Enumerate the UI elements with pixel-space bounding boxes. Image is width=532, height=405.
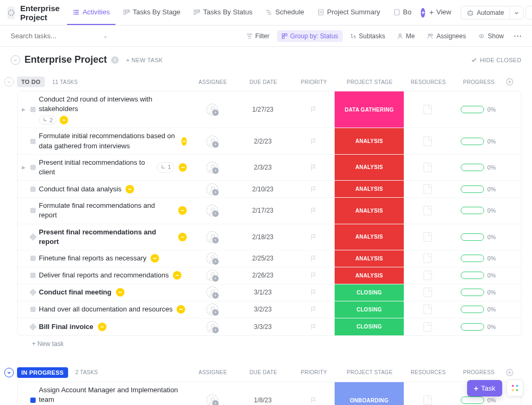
due-date-cell[interactable]: 3/3/23 — [234, 323, 292, 331]
task-row[interactable]: ▶ Conduct final data analysis 2/10/23 AN… — [18, 181, 521, 198]
tab-activities[interactable]: Activities — [67, 1, 115, 25]
resources-cell[interactable] — [404, 271, 452, 280]
chevron-down-icon[interactable]: ⌄ — [103, 33, 107, 39]
status-dot[interactable] — [30, 139, 36, 144]
priority-cell[interactable] — [292, 289, 335, 296]
due-date-cell[interactable]: 2/25/23 — [234, 255, 292, 262]
resources-cell[interactable] — [404, 395, 452, 405]
status-dot[interactable] — [30, 398, 36, 403]
priority-badge[interactable] — [60, 116, 68, 124]
project-stage-cell[interactable]: ANALYSIS — [335, 181, 404, 197]
col-progress[interactable]: PROGRESS — [452, 79, 505, 85]
new-task-header-button[interactable]: + NEW TASK — [126, 57, 163, 63]
priority-badge[interactable] — [177, 305, 185, 314]
progress-cell[interactable]: 0% — [452, 207, 505, 214]
priority-cell[interactable] — [292, 164, 335, 171]
assignee-cell[interactable] — [191, 286, 234, 298]
progress-cell[interactable]: 0% — [452, 289, 505, 296]
project-stage-cell[interactable]: DATA GATHERING — [335, 91, 404, 128]
task-row[interactable]: ▶ Formulate final recommendations and re… — [18, 198, 521, 224]
status-dot[interactable] — [30, 165, 36, 170]
apps-fab[interactable] — [506, 379, 523, 396]
col-project-stage[interactable]: PROJECT STAGE — [335, 369, 404, 375]
progress-cell[interactable]: 0% — [452, 323, 505, 331]
priority-cell[interactable] — [292, 185, 335, 193]
col-priority[interactable]: PRIORITY — [293, 369, 335, 375]
resources-cell[interactable] — [404, 206, 452, 215]
hide-closed-button[interactable]: HIDE CLOSED — [471, 57, 521, 63]
group-by-button[interactable]: Group by: Status — [277, 30, 343, 42]
col-project-stage[interactable]: PROJECT STAGE — [335, 79, 404, 85]
tab-box[interactable]: Bo — [388, 1, 413, 25]
status-dot[interactable] — [29, 289, 37, 296]
resources-cell[interactable] — [404, 184, 452, 194]
priority-badge[interactable] — [178, 233, 187, 241]
resources-cell[interactable] — [404, 305, 452, 314]
priority-badge[interactable] — [116, 288, 124, 297]
due-date-cell[interactable]: 1/27/23 — [234, 106, 292, 113]
resources-cell[interactable] — [404, 322, 452, 332]
task-row[interactable]: ▶ Assign Account Manager and Implementat… — [18, 382, 521, 405]
resources-cell[interactable] — [404, 232, 452, 242]
col-resources[interactable]: RESOURCES — [404, 369, 452, 375]
col-progress[interactable]: PROGRESS — [452, 369, 505, 375]
task-row[interactable]: ▶ Present initial recommendations to cli… — [18, 155, 521, 181]
resources-cell[interactable] — [404, 288, 452, 297]
task-row[interactable]: ▶ Deliver final reports and recommendati… — [18, 267, 521, 284]
project-stage-cell[interactable]: CLOSING — [335, 284, 404, 301]
expand-caret-icon[interactable]: ▶ — [22, 165, 27, 170]
progress-cell[interactable]: 0% — [452, 396, 505, 404]
task-row[interactable]: ▶ Conduct 2nd round of interviews with s… — [18, 91, 521, 128]
automate-button[interactable]: Automate — [461, 6, 509, 20]
add-column-button[interactable] — [505, 78, 521, 86]
add-column-button[interactable] — [505, 368, 521, 377]
col-assignee[interactable]: ASSIGNEE — [192, 369, 234, 375]
resources-cell[interactable] — [404, 105, 452, 114]
more-menu[interactable]: ⋯ — [511, 31, 525, 41]
resources-cell[interactable] — [404, 163, 452, 172]
assignee-cell[interactable] — [191, 183, 234, 195]
due-date-cell[interactable]: 2/17/23 — [234, 207, 292, 214]
add-view-button[interactable]: + View — [429, 1, 456, 25]
automate-dropdown[interactable] — [510, 6, 523, 20]
assignee-cell[interactable] — [191, 269, 234, 281]
priority-badge[interactable] — [126, 185, 134, 193]
col-assignee[interactable]: ASSIGNEE — [192, 79, 234, 85]
collapse-list-button[interactable] — [11, 55, 20, 65]
project-stage-cell[interactable]: CLOSING — [335, 318, 404, 335]
assignee-cell[interactable] — [191, 136, 234, 147]
priority-cell[interactable] — [292, 233, 335, 241]
progress-cell[interactable]: 0% — [452, 185, 505, 193]
priority-cell[interactable] — [292, 323, 335, 331]
due-date-cell[interactable]: 2/2/23 — [234, 138, 292, 145]
search-input[interactable] — [11, 32, 100, 40]
progress-cell[interactable]: 0% — [452, 138, 505, 145]
priority-cell[interactable] — [292, 138, 335, 145]
task-row[interactable]: ▶ Conduct final meeting 3/1/23 CLOSING — [18, 284, 521, 301]
project-stage-cell[interactable]: ONBOARDING — [335, 382, 404, 405]
tab-schedule[interactable]: Schedule — [260, 1, 310, 25]
task-row[interactable]: ▶ Present final recommendations and repo… — [18, 224, 521, 250]
group-status-pill[interactable]: IN PROGRESS — [17, 367, 68, 378]
due-date-cell[interactable]: 2/10/23 — [234, 185, 292, 193]
status-dot[interactable] — [30, 208, 36, 213]
group-collapse-button[interactable] — [4, 368, 14, 377]
col-resources[interactable]: RESOURCES — [404, 79, 452, 85]
priority-cell[interactable] — [292, 255, 335, 262]
assignees-button[interactable]: Assignees — [422, 30, 470, 42]
priority-cell[interactable] — [292, 306, 335, 313]
due-date-cell[interactable]: 3/2/23 — [234, 306, 292, 313]
progress-cell[interactable]: 0% — [452, 106, 505, 113]
back-button[interactable] — [7, 6, 15, 19]
filter-button[interactable]: Filter — [242, 30, 274, 42]
assignee-cell[interactable] — [191, 303, 234, 315]
status-dot[interactable] — [30, 273, 36, 278]
status-dot[interactable] — [30, 187, 36, 192]
subtask-count-badge[interactable]: 1 — [157, 162, 174, 172]
new-task-button[interactable]: + New task — [17, 336, 521, 352]
due-date-cell[interactable]: 2/18/23 — [234, 233, 292, 241]
task-row[interactable]: ▶ Finetune final reports as necessary 2/… — [18, 250, 521, 267]
task-row[interactable]: ▶ Bill Final invoice 3/3/23 CLOSING — [18, 318, 521, 335]
due-date-cell[interactable]: 1/8/23 — [234, 396, 292, 404]
project-stage-cell[interactable]: ANALYSIS — [335, 198, 404, 223]
